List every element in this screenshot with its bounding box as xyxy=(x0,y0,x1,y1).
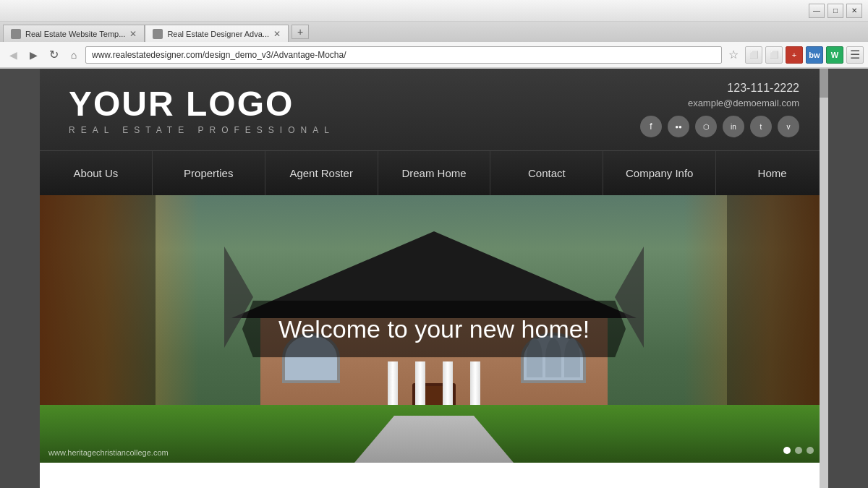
contact-phone: 123-111-2222 xyxy=(640,82,799,95)
carousel-dot-1[interactable] xyxy=(783,447,791,454)
nav-dream-home[interactable]: Dream Home xyxy=(378,151,491,195)
refresh-button[interactable]: ↻ xyxy=(45,46,62,64)
nav-contact[interactable]: Contact xyxy=(490,151,603,195)
hero-banner: Welcome to your new home! xyxy=(242,301,626,358)
linkedin-icon[interactable]: in xyxy=(723,116,744,137)
twitter-icon[interactable]: t xyxy=(750,116,772,137)
instagram-icon[interactable]: ⬡ xyxy=(695,116,717,137)
site-nav: About Us Properties Agent Roster Dream H… xyxy=(40,150,828,195)
addon-red[interactable]: + xyxy=(786,46,803,64)
nav-agent-roster[interactable]: Agent Roster xyxy=(265,151,378,195)
website-wrapper: YOUR LOGO REAL ESTATE PROFESSIONAL 123-1… xyxy=(0,69,868,488)
minimize-button[interactable]: — xyxy=(809,4,825,18)
logo-subtitle: REAL ESTATE PROFESSIONAL xyxy=(69,125,335,135)
vimeo-icon[interactable]: v xyxy=(778,116,799,137)
contact-area: 123-111-2222 example@demoemail.com f ●● … xyxy=(640,82,799,137)
tab-1-label: Real Estate Website Temp... xyxy=(25,30,125,38)
bookmark-button[interactable]: ☆ xyxy=(725,46,742,64)
carousel-dot-2[interactable] xyxy=(795,447,802,454)
addon-bw[interactable]: bw xyxy=(806,46,823,64)
carousel-dot-3[interactable] xyxy=(807,447,814,454)
hero-text: Welcome to your new home! xyxy=(278,315,590,343)
close-button[interactable]: ✕ xyxy=(846,4,862,18)
title-bar: — □ ✕ xyxy=(0,0,868,22)
watermark: www.heritagechristiancollege.com xyxy=(48,448,169,457)
tab-2-label: Real Estate Designer Adva... xyxy=(167,30,269,38)
tab-2-close[interactable]: ✕ xyxy=(273,29,281,39)
contact-email: example@demoemail.com xyxy=(640,98,799,108)
new-tab-button[interactable]: + xyxy=(292,25,309,39)
website-inner: YOUR LOGO REAL ESTATE PROFESSIONAL 123-1… xyxy=(40,69,828,488)
logo-text: YOUR LOGO xyxy=(69,84,335,124)
site-header: YOUR LOGO REAL ESTATE PROFESSIONAL 123-1… xyxy=(40,69,828,150)
addon-w[interactable]: W xyxy=(826,46,843,64)
menu-button[interactable]: ☰ xyxy=(846,46,864,64)
nav-about-us[interactable]: About Us xyxy=(40,151,153,195)
tabs-bar: Real Estate Website Temp... ✕ Real Estat… xyxy=(0,22,868,42)
address-bar: ◀ ▶ ↻ ⌂ ☆ ⬜ ⬜ + bw W ☰ xyxy=(0,42,868,68)
logo-area: YOUR LOGO REAL ESTATE PROFESSIONAL xyxy=(69,84,335,135)
toolbar-right: ⬜ ⬜ + bw W ☰ xyxy=(745,46,864,64)
nav-home[interactable]: Home xyxy=(716,151,828,195)
social-icons: f ●● ⬡ in t v xyxy=(640,116,799,137)
tab-2[interactable]: Real Estate Designer Adva... ✕ xyxy=(145,25,289,42)
url-input[interactable] xyxy=(85,46,722,64)
tab-1-close[interactable]: ✕ xyxy=(129,29,137,39)
toolbar-icon-2[interactable]: ⬜ xyxy=(765,46,783,64)
scrollbar-thumb[interactable] xyxy=(820,69,828,98)
tab-1[interactable]: Real Estate Website Temp... ✕ xyxy=(3,25,145,42)
forward-button[interactable]: ▶ xyxy=(25,46,42,64)
maximize-button[interactable]: □ xyxy=(827,4,843,18)
scrollbar[interactable] xyxy=(820,69,828,488)
tab-1-favicon xyxy=(11,29,21,39)
home-button[interactable]: ⌂ xyxy=(65,46,82,64)
facebook-icon[interactable]: f xyxy=(640,116,662,137)
nav-company-info[interactable]: Company Info xyxy=(603,151,716,195)
back-button[interactable]: ◀ xyxy=(4,46,22,64)
site-hero: Welcome to your new home! www.heritagech… xyxy=(40,195,828,463)
toolbar-icon-1[interactable]: ⬜ xyxy=(745,46,762,64)
browser-chrome: — □ ✕ Real Estate Website Temp... ✕ Real… xyxy=(0,0,868,69)
nav-properties[interactable]: Properties xyxy=(153,151,265,195)
tab-2-favicon xyxy=(153,29,163,39)
flickr-icon[interactable]: ●● xyxy=(668,116,689,137)
carousel-dots xyxy=(783,447,814,454)
window-controls: — □ ✕ xyxy=(809,4,862,18)
